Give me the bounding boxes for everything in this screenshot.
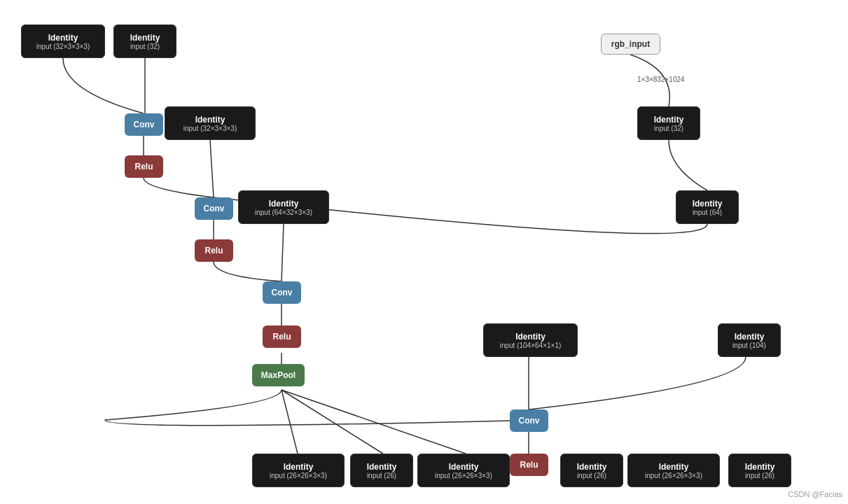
dimension-label-1: 1×3×832×1024 xyxy=(637,76,685,83)
rgb-input-label: rgb_input xyxy=(611,39,650,49)
identity13-label: Identity xyxy=(659,462,689,472)
identity5-label: Identity xyxy=(269,199,299,209)
identity7-label: Identity xyxy=(515,332,545,342)
identity-node-2: Identity input (32) xyxy=(113,24,176,58)
identity9-sub: input (26×26×3×3) xyxy=(270,472,327,479)
relu2-label: Relu xyxy=(204,246,223,255)
svg-line-5 xyxy=(281,390,298,454)
conv-node-1: Conv xyxy=(125,113,163,136)
identity6-sub: input (64) xyxy=(693,209,722,216)
relu3-label: Relu xyxy=(272,332,291,342)
identity1-sub: input (32×3×3×3) xyxy=(36,43,90,50)
identity5-sub: input (64×32×3×3) xyxy=(255,209,312,216)
watermark: CSDN @Facias xyxy=(788,490,842,498)
identity12-sub: input (26) xyxy=(577,472,606,479)
conv-node-2: Conv xyxy=(195,197,233,220)
identity-node-5: Identity input (64×32×3×3) xyxy=(238,190,329,224)
identity2-sub: input (32) xyxy=(130,43,160,50)
identity14-label: Identity xyxy=(745,462,775,472)
identity1-label: Identity xyxy=(48,33,78,43)
identity13-sub: input (26×26×3×3) xyxy=(645,472,702,479)
identity-node-12: Identity input (26) xyxy=(560,454,623,487)
identity-node-3: Identity input (32×3×3×3) xyxy=(165,106,256,140)
maxpool-label: MaxPool xyxy=(261,370,296,380)
identity3-sub: input (32×3×3×3) xyxy=(183,125,237,132)
identity7-sub: input (104×64×1×1) xyxy=(500,342,562,349)
identity2-label: Identity xyxy=(130,33,160,43)
relu1-label: Relu xyxy=(134,162,153,172)
identity-node-4: Identity input (32) xyxy=(637,106,700,140)
identity6-label: Identity xyxy=(693,199,723,209)
relu-node-2: Relu xyxy=(195,239,233,262)
identity10-sub: input (26) xyxy=(367,472,396,479)
identity14-sub: input (26) xyxy=(745,472,774,479)
svg-line-7 xyxy=(281,390,466,454)
identity-node-10: Identity input (26) xyxy=(350,454,413,487)
identity-node-11: Identity input (26×26×3×3) xyxy=(417,454,510,487)
identity-node-14: Identity input (26) xyxy=(728,454,791,487)
identity-node-8: Identity input (104) xyxy=(718,323,781,357)
identity-node-7: Identity input (104×64×1×1) xyxy=(483,323,578,357)
svg-line-6 xyxy=(281,390,383,454)
identity-node-1: Identity input (32×3×3×3) xyxy=(21,24,105,58)
identity12-label: Identity xyxy=(577,462,607,472)
identity-node-9: Identity input (26×26×3×3) xyxy=(252,454,345,487)
identity8-sub: input (104) xyxy=(732,342,766,349)
rgb-input-node: rgb_input xyxy=(601,34,660,55)
relu-node-3: Relu xyxy=(263,326,301,348)
identity10-label: Identity xyxy=(367,462,397,472)
relu-node-4: Relu xyxy=(510,454,548,476)
identity9-label: Identity xyxy=(284,462,314,472)
conv-node-3: Conv xyxy=(263,281,301,304)
identity3-label: Identity xyxy=(195,115,225,125)
relu-node-1: Relu xyxy=(125,155,163,178)
maxpool-node: MaxPool xyxy=(252,364,305,386)
conv1-label: Conv xyxy=(134,120,155,130)
identity8-label: Identity xyxy=(735,332,765,342)
relu4-label: Relu xyxy=(520,460,538,470)
identity4-label: Identity xyxy=(654,115,684,125)
connections-svg xyxy=(0,0,848,504)
conv2-label: Conv xyxy=(204,204,225,214)
identity-node-6: Identity input (64) xyxy=(676,190,739,224)
identity11-sub: input (26×26×3×3) xyxy=(435,472,492,479)
conv4-label: Conv xyxy=(519,416,540,426)
neural-network-canvas: rgb_input 1×3×832×1024 Identity input (3… xyxy=(0,0,848,504)
conv3-label: Conv xyxy=(272,288,293,298)
identity-node-13: Identity input (26×26×3×3) xyxy=(627,454,720,487)
identity11-label: Identity xyxy=(449,462,479,472)
identity4-sub: input (32) xyxy=(654,125,683,132)
conv-node-4: Conv xyxy=(510,410,548,432)
